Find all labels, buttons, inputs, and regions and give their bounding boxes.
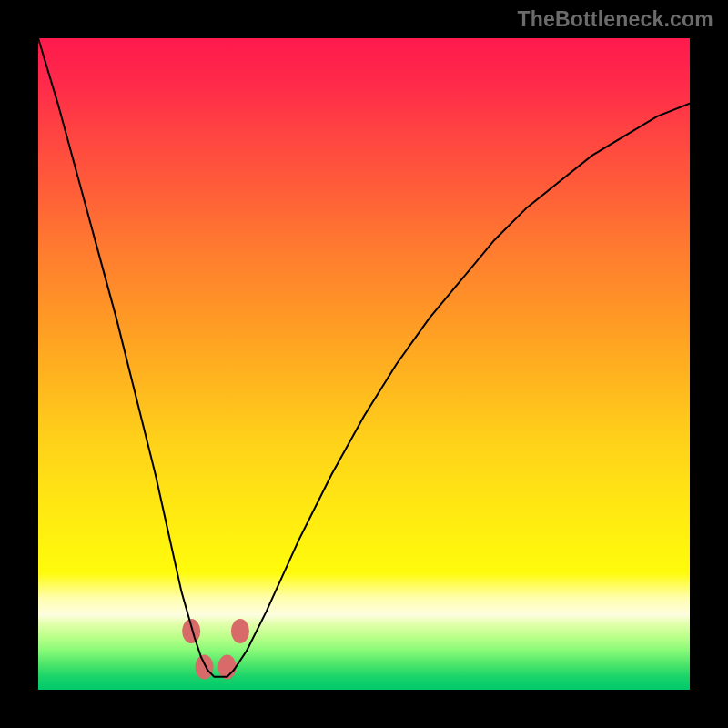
marker-dot (182, 619, 200, 643)
curve-layer (38, 38, 690, 690)
watermark-text: TheBottleneck.com (517, 7, 713, 32)
chart-frame: TheBottleneck.com (0, 0, 728, 728)
marker-dot (196, 654, 214, 679)
plot-area (38, 38, 690, 690)
marker-dot (231, 619, 249, 643)
bottleneck-curve (38, 38, 690, 677)
